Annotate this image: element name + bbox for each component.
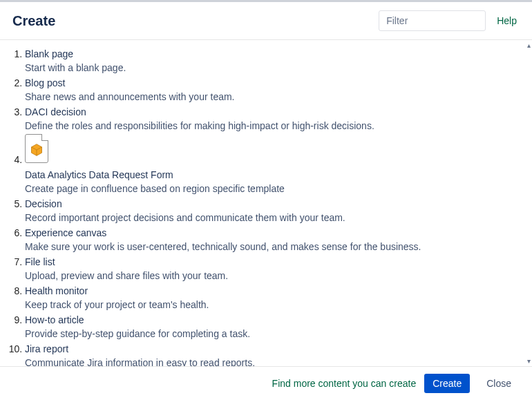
template-name[interactable]: Blank page — [25, 47, 73, 61]
template-item[interactable]: Data Analytics Data Request FormCreate p… — [25, 134, 526, 196]
close-button[interactable]: Close — [478, 374, 520, 393]
template-description: Communicate Jira information in easy to … — [25, 356, 526, 366]
template-item[interactable]: Blog postShare news and announcements wi… — [25, 76, 526, 104]
template-item[interactable]: DecisionRecord important project decisio… — [25, 197, 526, 225]
template-name[interactable]: Data Analytics Data Request Form — [25, 168, 173, 182]
template-description: Create page in confluence based on regio… — [25, 182, 526, 196]
find-more-link[interactable]: Find more content you can create — [272, 378, 417, 389]
template-name[interactable]: Jira report — [25, 342, 68, 356]
filter-input[interactable] — [379, 10, 486, 31]
template-item[interactable]: DACI decisionDefine the roles and respon… — [25, 105, 526, 133]
dialog-title: Create — [12, 13, 55, 29]
template-name[interactable]: Blog post — [25, 76, 65, 90]
template-description: Make sure your work is user-centered, te… — [25, 240, 526, 254]
template-list: Blank pageStart with a blank page.Blog p… — [6, 47, 526, 366]
template-name[interactable]: Health monitor — [25, 284, 88, 298]
template-item[interactable]: Experience canvasMake sure your work is … — [25, 226, 526, 254]
template-item[interactable]: Health monitorKeep track of your project… — [25, 284, 526, 312]
template-item[interactable]: How-to articleProvide step-by-step guida… — [25, 313, 526, 341]
template-description: Upload, preview and share files with you… — [25, 269, 526, 283]
template-scroll-area[interactable]: Blank pageStart with a blank page.Blog p… — [0, 40, 532, 366]
dialog-footer: Find more content you can create Create … — [0, 366, 532, 400]
template-name[interactable]: Decision — [25, 197, 62, 211]
package-file-icon — [25, 134, 526, 165]
template-description: Share news and announcements with your t… — [25, 90, 526, 104]
dialog-header: Create Help — [0, 2, 532, 40]
template-description: Keep track of your project or team's hea… — [25, 298, 526, 312]
template-name[interactable]: How-to article — [25, 313, 84, 327]
template-name[interactable]: DACI decision — [25, 105, 86, 119]
template-item[interactable]: Jira reportCommunicate Jira information … — [25, 342, 526, 366]
template-description: Record important project decisions and c… — [25, 211, 526, 225]
template-item[interactable]: Blank pageStart with a blank page. — [25, 47, 526, 75]
help-link[interactable]: Help — [494, 15, 520, 26]
template-name[interactable]: Experience canvas — [25, 226, 106, 240]
create-button[interactable]: Create — [424, 374, 470, 393]
template-description: Define the roles and responsibilities fo… — [25, 119, 526, 133]
template-description: Provide step-by-step guidance for comple… — [25, 327, 526, 341]
dialog-body: ▴ Blank pageStart with a blank page.Blog… — [0, 40, 532, 366]
template-description: Start with a blank page. — [25, 61, 526, 75]
create-dialog: Create Help ▴ Blank pageStart with a bla… — [0, 0, 532, 400]
template-item[interactable]: File listUpload, preview and share files… — [25, 255, 526, 283]
template-name[interactable]: File list — [25, 255, 55, 269]
